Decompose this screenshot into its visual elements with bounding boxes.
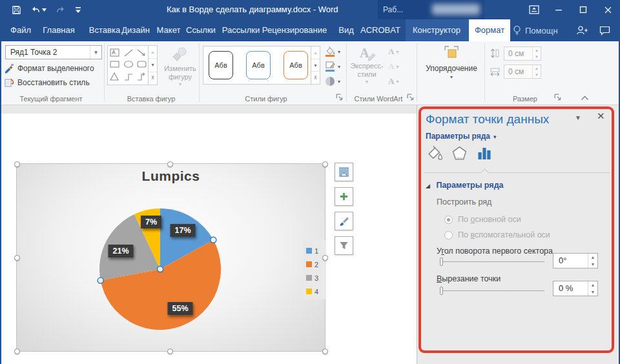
series-options-tab-icon-selected[interactable] xyxy=(475,144,493,162)
shape-styles-dialog-launcher[interactable] xyxy=(336,94,344,101)
gallery-more-icon[interactable]: ⊼ xyxy=(149,72,157,85)
pie-chart[interactable] xyxy=(17,164,326,352)
tab-home[interactable]: Главная xyxy=(37,19,80,41)
styles-more-icon[interactable]: ⊼ xyxy=(311,72,320,84)
tell-me-assistant[interactable]: Помощн xyxy=(513,19,558,41)
chart-object-selected[interactable]: Lumpics 17% 55% 21% 7% 1 2 3 4 xyxy=(16,163,326,352)
data-label-slice3[interactable]: 21% xyxy=(108,245,133,258)
tab-file[interactable]: Файл xyxy=(6,19,35,41)
explosion-spin-up-icon[interactable]: ▲ xyxy=(588,281,597,288)
tab-references[interactable]: Ссылки xyxy=(182,19,220,41)
share-contact-icon[interactable] xyxy=(576,19,588,41)
wordart-dialog-launcher[interactable] xyxy=(407,94,415,101)
chart-element-selector-dropdown[interactable]: Ряд1 Точка 2 ▾ xyxy=(5,45,102,59)
styles-scroll-up-icon[interactable]: ▲ xyxy=(311,46,320,59)
chart-legend[interactable]: 1 2 3 4 xyxy=(303,240,326,299)
customize-qat-button[interactable] xyxy=(75,6,81,14)
explosion-value[interactable]: 0 % xyxy=(553,281,588,296)
reset-style-button[interactable]: Восстановить стиль xyxy=(4,76,90,89)
shape-style-chip-black[interactable]: Абв xyxy=(209,51,233,79)
styles-scroll-down-icon[interactable]: ▼ xyxy=(311,59,320,72)
tab-view[interactable]: Вид xyxy=(331,19,362,41)
resize-handle-ne[interactable] xyxy=(322,161,328,167)
tab-review[interactable]: Рецензирование xyxy=(261,19,328,41)
resize-handle-se[interactable] xyxy=(322,349,328,354)
gallery-scroll-up-icon[interactable]: ▲ xyxy=(149,46,157,59)
shape-fill-button[interactable]: ▾ xyxy=(324,45,340,58)
shape-width-icon xyxy=(490,67,501,77)
comments-icon[interactable] xyxy=(599,19,610,41)
fill-line-tab-icon[interactable] xyxy=(426,144,444,162)
data-label-slice2[interactable]: 55% xyxy=(167,302,192,315)
pane-category-selector[interactable]: Параметры ряда ▼ xyxy=(426,132,497,141)
data-point-selection-handle[interactable] xyxy=(211,237,216,243)
tab-mailings[interactable]: Рассылки xyxy=(218,19,264,41)
window-controls xyxy=(522,0,620,19)
document-canvas[interactable]: Lumpics 17% 55% 21% 7% 1 2 3 4 xyxy=(0,105,417,364)
resize-handle-e[interactable] xyxy=(322,255,328,261)
dropdown-caret-icon[interactable]: ▾ xyxy=(90,46,101,59)
explosion-slider-thumb[interactable] xyxy=(440,287,443,295)
format-data-point-pane: Формат точки данных ▼ ✕ Параметры ряда ▼… xyxy=(417,105,620,364)
shape-effects-button[interactable]: ▾ xyxy=(324,75,340,88)
chart-elements-button[interactable] xyxy=(335,187,353,206)
gallery-scroll-down-icon[interactable]: ▼ xyxy=(149,59,157,72)
angle-slider-track[interactable] xyxy=(440,261,544,262)
resize-handle-nw[interactable] xyxy=(14,161,20,167)
tab-acrobat[interactable]: ACROBAT xyxy=(359,19,402,41)
explosion-slider-track[interactable] xyxy=(440,290,544,291)
point-explosion-label: Вырезание точки xyxy=(437,274,501,283)
collapse-ribbon-chevron-icon[interactable] xyxy=(581,95,589,101)
data-label-slice1[interactable]: 17% xyxy=(170,224,195,237)
shape-styles-gallery[interactable]: Абв Абв Абв ▲ ▼ ⊼ xyxy=(203,46,320,85)
undo-button[interactable] xyxy=(30,5,46,15)
maximize-button[interactable] xyxy=(571,0,595,19)
tab-design[interactable]: Дизайн xyxy=(116,19,155,41)
shape-outline-button[interactable]: ▾ xyxy=(324,60,340,73)
angle-spin-up-icon[interactable]: ▲ xyxy=(588,254,597,261)
chart-styles-button[interactable] xyxy=(335,212,353,230)
data-point-selection-handle[interactable] xyxy=(158,267,163,272)
angle-value[interactable]: 0° xyxy=(553,254,588,268)
shapes-gallery[interactable]: ▲ ▼ ⊼ xyxy=(107,45,158,85)
angle-slider-thumb[interactable] xyxy=(440,258,443,266)
shape-styles-scroll[interactable]: ▲ ▼ ⊼ xyxy=(311,46,320,84)
effects-tab-icon[interactable] xyxy=(450,144,468,162)
format-selection-button[interactable]: Формат выделенного xyxy=(4,62,94,75)
legend-item-4[interactable]: 4 xyxy=(306,285,326,298)
tab-layout[interactable]: Макет xyxy=(151,19,186,41)
tab-chart-design[interactable]: Конструктор xyxy=(406,19,468,41)
angle-spinner[interactable]: 0° ▲▼ xyxy=(553,253,598,268)
chart-filters-button[interactable] xyxy=(335,236,353,255)
resize-handle-sw[interactable] xyxy=(14,349,20,354)
resize-handle-n[interactable] xyxy=(167,161,173,167)
group-label-current-selection: Текущий фрагмент xyxy=(0,95,102,103)
explosion-spin-down-icon[interactable]: ▼ xyxy=(588,288,597,296)
explosion-slider[interactable] xyxy=(440,287,544,295)
data-point-selection-handle[interactable] xyxy=(98,278,103,283)
resize-handle-w[interactable] xyxy=(14,255,20,261)
layout-options-button[interactable] xyxy=(335,163,353,181)
shape-style-chip-orange[interactable]: Абв xyxy=(284,51,308,79)
data-label-slice4[interactable]: 7% xyxy=(141,216,161,228)
pane-options-caret-icon[interactable]: ▼ xyxy=(575,114,581,121)
close-button[interactable] xyxy=(595,0,620,19)
undo-dropdown-caret[interactable] xyxy=(42,8,46,12)
pane-close-icon[interactable]: ✕ xyxy=(597,110,605,122)
minimize-button[interactable] xyxy=(546,0,571,19)
text-outline-button-disabled: А▾ xyxy=(388,60,398,73)
angle-spin-down-icon[interactable]: ▼ xyxy=(588,261,597,268)
explosion-spinner[interactable]: 0 % ▲▼ xyxy=(553,281,598,296)
series-options-section-header[interactable]: ◢ Параметры ряда xyxy=(426,181,504,190)
size-dialog-launcher[interactable] xyxy=(554,94,562,101)
shapes-gallery-scroll[interactable]: ▲ ▼ ⊼ xyxy=(148,46,157,85)
tab-format-active[interactable]: Формат xyxy=(469,19,510,41)
angle-slider[interactable] xyxy=(440,258,544,266)
resize-handle-s[interactable] xyxy=(167,349,173,354)
arrange-button[interactable]: Упорядочение ▾ xyxy=(421,45,482,80)
plus-icon xyxy=(339,192,349,201)
shape-style-chip-blue[interactable]: Абв xyxy=(246,51,271,79)
legend-item-3[interactable]: 3 xyxy=(306,271,326,285)
save-icon[interactable] xyxy=(12,5,21,15)
ribbon-display-options-icon[interactable] xyxy=(522,0,546,19)
